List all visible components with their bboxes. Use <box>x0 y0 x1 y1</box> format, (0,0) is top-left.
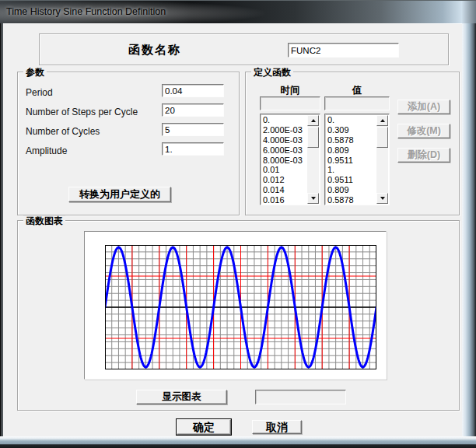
list-item[interactable]: 0. <box>261 115 307 125</box>
function-graph-group-label: 函数图表 <box>23 215 65 226</box>
list-item[interactable]: 2.000E-03 <box>261 125 307 135</box>
scroll-down-button[interactable] <box>307 193 319 204</box>
ok-button[interactable]: 确定 <box>177 419 231 435</box>
list-item[interactable]: 0.309 <box>326 125 376 135</box>
list-item[interactable]: 0.5878 <box>326 195 376 204</box>
show-graph-button[interactable]: 显示图表 <box>136 390 227 404</box>
dialog-window: Time History Sine Function Definition 函数… <box>0 0 476 448</box>
steps-per-cycle-label: Number of Steps per Cycle <box>26 107 138 117</box>
add-button[interactable]: 添加(A) <box>397 100 450 114</box>
steps-per-cycle-input[interactable] <box>162 103 224 117</box>
time-list-scrollbar[interactable] <box>307 115 319 204</box>
value-entry-input[interactable] <box>324 96 390 110</box>
triangle-down-icon <box>311 197 316 200</box>
value-column-header: 值 <box>324 84 390 97</box>
graph-readout-field <box>255 390 346 404</box>
amplitude-input[interactable] <box>162 142 224 156</box>
list-item[interactable]: 0.809 <box>326 145 376 156</box>
function-name-input[interactable] <box>288 43 399 58</box>
list-item[interactable]: 6.000E-03 <box>261 145 307 156</box>
value-list-scrollbar[interactable] <box>376 115 388 204</box>
window-border-right <box>462 23 476 448</box>
triangle-up-icon <box>311 119 316 122</box>
chart-widget <box>84 231 387 380</box>
convert-to-user-defined-button[interactable]: 转换为用户定义的 <box>68 187 171 202</box>
scroll-up-button[interactable] <box>376 115 388 126</box>
sine-plot <box>105 245 376 369</box>
list-item[interactable]: 0.5878 <box>326 135 376 145</box>
list-item[interactable]: 0.809 <box>326 185 376 195</box>
scrollbar-thumb[interactable] <box>307 127 319 148</box>
period-label: Period <box>26 87 53 98</box>
list-item[interactable]: 0.9511 <box>326 156 376 166</box>
scrollbar-thumb[interactable] <box>376 127 388 148</box>
time-listbox[interactable]: 0.2.000E-034.000E-036.000E-038.000E-030.… <box>260 114 320 205</box>
titlebar[interactable]: Time History Sine Function Definition <box>0 0 476 23</box>
window-border-left <box>0 23 3 448</box>
list-item[interactable]: 0.01 <box>261 165 307 175</box>
function-name-label: 函数名称 <box>128 43 181 58</box>
triangle-up-icon <box>380 119 385 122</box>
delete-button[interactable]: 删除(D) <box>397 148 450 163</box>
list-item[interactable]: 0.014 <box>261 185 307 195</box>
scroll-down-button[interactable] <box>376 193 388 204</box>
define-function-group-label: 定义函数 <box>251 67 293 78</box>
time-entry-input[interactable] <box>260 96 320 110</box>
list-item[interactable]: 1. <box>326 165 376 175</box>
scroll-up-button[interactable] <box>307 115 319 126</box>
amplitude-label: Amplitude <box>26 145 67 156</box>
time-column-header: 时间 <box>260 84 320 97</box>
list-item[interactable]: 0.016 <box>261 195 307 204</box>
window-border-bottom <box>0 436 476 448</box>
number-of-cycles-label: Number of Cycles <box>26 126 100 137</box>
parameters-group-label: 参数 <box>23 67 47 78</box>
cancel-button[interactable]: 取消 <box>252 420 302 434</box>
value-list-items: 0.0.3090.58780.8090.95111.0.95110.8090.5… <box>326 115 376 204</box>
list-item[interactable]: 0. <box>326 115 376 125</box>
window-title: Time History Sine Function Definition <box>6 6 166 17</box>
list-item[interactable]: 0.012 <box>261 175 307 185</box>
modify-button[interactable]: 修改(M) <box>397 124 450 138</box>
value-listbox[interactable]: 0.0.3090.58780.8090.95111.0.95110.8090.5… <box>324 114 390 205</box>
period-input[interactable] <box>162 84 224 97</box>
time-list-items: 0.2.000E-034.000E-036.000E-038.000E-030.… <box>261 115 307 204</box>
list-item[interactable]: 8.000E-03 <box>261 156 307 166</box>
list-item[interactable]: 4.000E-03 <box>261 135 307 145</box>
triangle-down-icon <box>380 197 385 200</box>
list-item[interactable]: 0.9511 <box>326 175 376 185</box>
number-of-cycles-input[interactable] <box>162 123 224 136</box>
